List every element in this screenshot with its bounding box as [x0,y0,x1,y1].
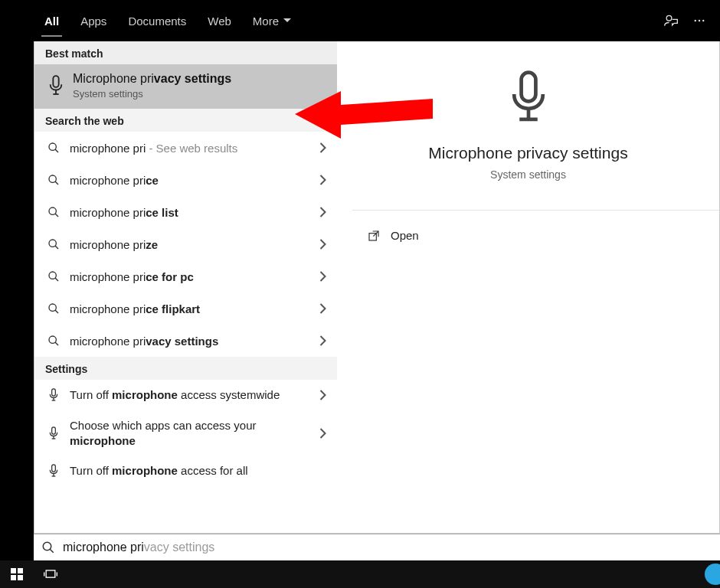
settings-result[interactable]: Turn off microphone access for all [34,456,337,480]
svg-point-7 [49,207,56,214]
svg-rect-20 [18,568,23,573]
section-header-best-match: Best match [34,41,337,64]
best-match-result[interactable]: Microphone privacy settings System setti… [34,64,337,109]
web-suggestion[interactable]: microphone prize [34,228,337,260]
svg-rect-22 [18,575,23,580]
search-input-value: microphone privacy settings [63,541,214,554]
tab-web[interactable]: Web [197,0,242,41]
search-icon [45,270,62,283]
search-results-panel: Best match Microphone privacy settings S… [34,41,720,534]
chevron-right-icon [319,428,326,439]
chevron-right-icon [319,175,326,185]
taskbar [0,560,720,588]
chevron-right-icon [319,335,326,346]
chevron-right-icon [319,142,326,153]
microphone-icon [45,426,62,441]
tab-apps[interactable]: Apps [70,0,117,41]
chevron-right-icon [319,303,326,314]
preview-subtitle: System settings [337,168,719,181]
suggestion-text: microphone pri - See web results [70,142,319,155]
suggestion-text: microphone price list [70,206,319,219]
search-icon [45,238,62,250]
svg-rect-19 [11,568,16,573]
suggestion-text: microphone prize [70,238,319,251]
microphone-icon [337,69,719,130]
svg-point-8 [49,240,56,247]
left-black-gutter [0,0,34,560]
svg-point-1 [695,20,696,21]
settings-result[interactable]: Choose which apps can access your microp… [34,410,337,456]
svg-point-10 [49,304,56,311]
web-suggestion[interactable]: microphone price flipkart [34,292,337,325]
tab-documents[interactable]: Documents [117,0,197,41]
svg-point-18 [43,542,51,550]
web-suggestion[interactable]: microphone price list [34,196,337,228]
svg-rect-12 [52,389,56,396]
search-icon [45,302,62,315]
svg-rect-21 [11,575,16,580]
microphone-icon [45,463,62,479]
search-icon [45,206,62,218]
section-header-search-web: Search the web [34,109,337,132]
svg-point-2 [699,20,700,21]
search-input-bar[interactable]: microphone privacy settings [34,534,720,560]
results-column: Best match Microphone privacy settings S… [34,41,337,533]
svg-rect-13 [52,426,56,433]
task-view-button[interactable] [34,560,67,588]
tab-more-label: More [253,15,279,28]
tab-more[interactable]: More [242,0,302,41]
svg-rect-4 [53,76,58,87]
start-button[interactable] [0,560,34,588]
svg-point-9 [49,272,56,279]
tray-circle-icon[interactable] [705,564,720,585]
search-scope-tabs: All Apps Documents Web More [34,0,720,41]
chevron-right-icon [319,390,326,400]
svg-point-11 [49,336,56,343]
microphone-icon [45,387,62,403]
open-icon [368,230,380,242]
suggestion-text: microphone price flipkart [70,302,319,315]
feedback-icon[interactable] [663,13,679,28]
microphone-icon [45,74,67,97]
svg-rect-14 [52,465,56,472]
svg-point-3 [702,20,704,21]
web-suggestion[interactable]: microphone price [34,164,337,196]
divider [352,210,719,211]
settings-result-text: Choose which apps can access your microp… [70,418,319,448]
open-label: Open [391,229,419,242]
svg-point-0 [666,15,672,21]
suggestion-text: microphone privacy settings [70,335,319,348]
preview-title: Microphone privacy settings [337,144,719,162]
web-suggestion[interactable]: microphone price for pc [34,260,337,292]
svg-point-6 [49,175,56,182]
search-icon [45,335,62,347]
suggestion-text: microphone price for pc [70,270,319,283]
chevron-down-icon [283,18,291,23]
tab-all[interactable]: All [34,0,70,41]
best-match-subtitle: System settings [73,88,231,100]
chevron-right-icon [319,239,326,250]
web-suggestion[interactable]: microphone pri - See web results [34,132,337,164]
search-icon [45,142,62,154]
best-match-title: Microphone privacy settings [73,72,231,86]
svg-rect-15 [521,73,535,102]
settings-result-text: Turn off microphone access for all [70,463,326,479]
chevron-right-icon [319,207,326,217]
chevron-right-icon [319,271,326,282]
section-header-settings: Settings [34,357,337,380]
search-icon [45,174,62,186]
svg-rect-23 [46,570,55,577]
result-preview-pane: Microphone privacy settings System setti… [337,41,719,533]
suggestion-text: microphone price [70,174,319,187]
search-icon [41,541,55,554]
svg-point-5 [49,143,56,150]
open-action[interactable]: Open [368,229,419,242]
more-options-icon[interactable] [692,14,706,28]
settings-result[interactable]: Turn off microphone access systemwide [34,380,337,410]
web-suggestion[interactable]: microphone privacy settings [34,325,337,357]
settings-result-text: Turn off microphone access systemwide [70,387,319,403]
